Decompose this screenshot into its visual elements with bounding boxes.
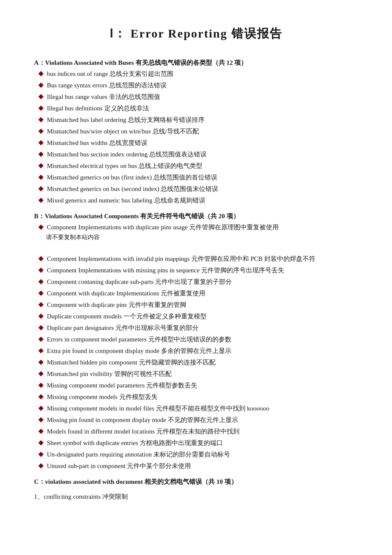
list-item: ◆Mismatched generics on bus (first index… [34,172,358,182]
list-item: ◆Sheet symbol with duplicate entries 方框电… [34,438,358,448]
bullet-icon: ◆ [38,404,43,412]
bullet-icon: ◆ [38,196,43,204]
item-text: Un-designated parts requiring annotation… [47,449,230,460]
list-item: ◆Missing pin found in component display … [34,415,358,425]
item-text: Component with duplicate pins 元件中有重复的管脚 [47,300,186,310]
list-item: ◆Missing component models in model files… [34,403,358,413]
list-item: ◆Illegal bus definitions 定义的总线非法 [34,103,358,113]
item-text: Bus range syntax errors 总线范围的语法错误 [47,80,167,90]
item-text: Mismatched electrical types on bus 总线上错误… [47,161,202,171]
list-item: ◆Errors in component model parameters 元件… [34,334,358,344]
item-text: Component Implementations with invalid p… [47,254,315,264]
section-header: C：violations associated with document 相关… [34,478,358,486]
bullet-icon: ◆ [38,335,43,343]
list-item: ◆Mixed generics and numeric bus labeling… [34,195,358,205]
bullet-icon: ◆ [38,92,43,100]
list-item: ◆Component Implementations with duplicat… [34,222,358,232]
bullet-icon: ◆ [38,415,43,423]
list-item: ◆Unused sub-part in component 元件中某个部分未使用 [34,461,358,471]
spacer [34,244,358,252]
item-text: Mismatched hidden pin component 元件隐藏管脚的连… [47,357,216,367]
content-container: A：Violations Associated with Buses 有关总线电… [34,59,358,501]
list-item: ◆Illegal bus range values 非法的总线范围值 [34,92,358,102]
bullet-icon: ◆ [38,461,43,469]
list-item: ◆Component contaning duplicate sub-parts… [34,277,358,287]
bullet-icon: ◆ [38,450,43,458]
list-item: ◆Mismatched bus widths 总线宽度错误 [34,138,358,148]
list-item: ◆Mismatched pin visibility 管脚的可视性不匹配 [34,369,358,379]
list-item: ◆Mismatched hidden pin component 元件隐藏管脚的… [34,357,358,367]
list-item: ◆Missing component model parameters 元件模型… [34,380,358,390]
item-text: Missing component models 元件模型丢失 [47,392,158,402]
bullet-icon: ◆ [38,184,43,192]
section-header: B：Violations Associated Components 有关元件符… [34,212,358,220]
bullet-icon: ◆ [38,127,43,135]
list-item: ◆bus indices out of range 总线分支索引超出范围 [34,69,358,79]
bullet-icon: ◆ [38,69,43,77]
list-item: ◆Mismatched bus/wire object on wire/bus … [34,126,358,136]
bullet-icon: ◆ [38,104,43,112]
bullet-icon: ◆ [38,115,43,123]
list-item: ◆Models found in different model locatio… [34,426,358,436]
item-text: Mismatched generics on bus (second index… [47,184,218,194]
bullet-icon: ◆ [38,381,43,389]
bullet-icon: ◆ [38,346,43,354]
list-item: ◆Mismatched bus section index ordering 总… [34,149,358,159]
list-item: ◆Component with duplicate pins 元件中有重复的管脚 [34,300,358,310]
item-text: Mismatched bus section index ordering 总线… [47,149,207,159]
list-item: ◆Duplicate part designators 元件中出现标示号重复的部… [34,323,358,333]
bullet-icon: ◆ [38,312,43,320]
item-text: Errors in component model parameters 元件模… [47,334,231,344]
item-text: Mismatched bus label ordering 总线分支网络标号错误… [47,115,205,125]
bullet-icon: ◆ [38,277,43,285]
list-item: ◆Mismatched electrical types on bus 总线上错… [34,161,358,171]
bullet-icon: ◆ [38,358,43,366]
list-item: ◆Missing component models 元件模型丢失 [34,392,358,402]
item-text: bus indices out of range 总线分支索引超出范围 [47,69,173,79]
section-header: A：Violations Associated with Buses 有关总线电… [34,59,358,67]
item-text: Illegal bus definitions 定义的总线非法 [47,103,149,113]
item-text: Component contaning duplicate sub-parts … [47,277,232,287]
bullet-icon: ◆ [38,173,43,181]
list-item: ◆Component Implementations with missing … [34,265,358,275]
item-text: Missing component models in model files … [47,403,269,413]
item-text: Mismatched bus/wire object on wire/bus 总… [47,126,199,136]
list-item: ◆Mismatched generics on bus (second inde… [34,184,358,194]
item-text: Illegal bus range values 非法的总线范围值 [47,92,160,102]
item-text: Component Implementations with missing p… [47,265,284,275]
bullet-icon: ◆ [38,438,43,446]
bullet-icon: ◆ [38,81,43,89]
note-text: 请不要复制本站内容 [42,234,358,241]
page-title: Ⅰ： Error Reporting 错误报告 [34,26,358,42]
list-item: ◆Component Implementations with invalid … [34,254,358,264]
bullet-icon: ◆ [38,300,43,308]
bullet-icon: ◆ [38,323,43,331]
bullet-icon: ◆ [38,427,43,435]
bullet-icon: ◆ [38,223,43,231]
bullet-icon: ◆ [38,392,43,400]
list-item: ◆Un-designated parts requiring annotatio… [34,449,358,460]
list-item: ◆Duplicate component models 一个元件被定义多种重复模… [34,311,358,321]
numbered-item: 1、conflicting constraints 冲突限制 [34,493,358,501]
item-text: Models found in different model location… [47,426,239,436]
item-text: Duplicate component models 一个元件被定义多种重复模型 [47,311,207,321]
list-item: ◆Mismatched bus label ordering 总线分支网络标号错… [34,115,358,125]
item-text: Component with duplicate Implementations… [47,288,205,298]
bullet-icon: ◆ [38,266,43,274]
bullet-icon: ◆ [38,254,43,262]
list-item: ◆Bus range syntax errors 总线范围的语法错误 [34,80,358,90]
item-text: Mixed generics and numeric bus labeling … [47,195,205,205]
item-text: Mismatched generics on bus (first index)… [47,172,217,182]
item-text: Extra pin found in component display mod… [47,346,231,356]
item-text: Mismatched pin visibility 管脚的可视性不匹配 [47,369,172,379]
item-text: Component Implementations with duplicate… [47,222,279,232]
item-text: Sheet symbol with duplicate entries 方框电路… [47,438,223,448]
item-text: Duplicate part designators 元件中出现标示号重复的部分 [47,323,199,333]
item-text: Unused sub-part in component 元件中某个部分未使用 [47,461,191,471]
list-item: ◆Extra pin found in component display mo… [34,346,358,356]
bullet-icon: ◆ [38,150,43,158]
bullet-icon: ◆ [38,289,43,297]
list-item: ◆Component with duplicate Implementation… [34,288,358,298]
item-text: Missing pin found in component display m… [47,415,238,425]
item-text: Missing component model parameters 元件模型参… [47,380,197,390]
